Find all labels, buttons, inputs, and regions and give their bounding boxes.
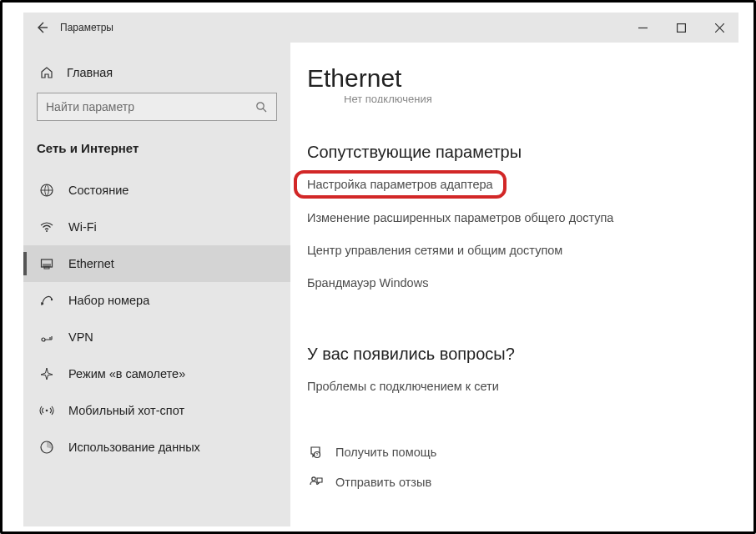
close-icon xyxy=(715,23,724,33)
svg-rect-0 xyxy=(677,23,685,32)
link-network-center[interactable]: Центр управления сетями и общим доступом xyxy=(307,244,562,257)
home-label: Главная xyxy=(67,66,113,79)
minimize-icon xyxy=(638,23,648,33)
datausage-icon xyxy=(37,440,57,455)
sidebar-item-ethernet[interactable]: Ethernet xyxy=(23,245,290,282)
airplane-icon xyxy=(37,366,57,381)
wifi-icon xyxy=(37,219,57,234)
feedback-link[interactable]: Отправить отзыв xyxy=(307,475,722,490)
sidebar-item-label: Мобильный хот-спот xyxy=(68,404,184,417)
maximize-button[interactable] xyxy=(662,13,700,43)
feedback-label: Отправить отзыв xyxy=(335,476,431,489)
svg-rect-5 xyxy=(44,267,49,269)
sidebar-item-label: Wi-Fi xyxy=(68,220,97,234)
connection-status-clipped: Нет подключения xyxy=(344,96,722,103)
minimize-button[interactable] xyxy=(623,13,662,43)
svg-point-8 xyxy=(42,338,45,341)
main-panel: Ethernet Нет подключения Сопутствующие п… xyxy=(290,43,738,526)
window-controls xyxy=(623,13,738,43)
page-title: Ethernet xyxy=(307,64,722,93)
dialup-icon xyxy=(37,293,57,308)
svg-point-13 xyxy=(312,477,315,481)
sidebar-item-vpn[interactable]: VPN xyxy=(23,319,290,355)
sidebar-item-dialup[interactable]: Набор номера xyxy=(23,282,290,319)
close-button[interactable] xyxy=(700,13,738,43)
sidebar-item-status[interactable]: Состояние xyxy=(23,172,290,209)
sidebar-item-datausage[interactable]: Использование данных xyxy=(23,429,290,466)
svg-point-1 xyxy=(257,102,264,108)
sidebar-item-label: Ethernet xyxy=(68,257,114,270)
link-firewall[interactable]: Брандмауэр Windows xyxy=(307,276,428,290)
svg-point-3 xyxy=(46,230,48,232)
vpn-icon xyxy=(37,330,57,345)
sidebar-item-label: Режим «в самолете» xyxy=(68,367,185,380)
home-icon xyxy=(37,66,57,79)
sidebar-item-label: VPN xyxy=(68,330,93,344)
sidebar-item-label: Состояние xyxy=(68,184,129,197)
maximize-icon xyxy=(677,23,686,33)
titlebar: Параметры xyxy=(23,13,738,43)
sidebar-item-label: Использование данных xyxy=(68,441,200,454)
search-placeholder: Найти параметр xyxy=(46,100,134,113)
svg-point-7 xyxy=(51,299,53,300)
sidebar: Главная Найти параметр Сеть и Интернет С… xyxy=(23,43,290,526)
feedback-icon xyxy=(307,475,325,490)
home-nav[interactable]: Главная xyxy=(23,59,290,86)
questions-header: У вас появились вопросы? xyxy=(307,345,722,364)
status-icon xyxy=(37,183,57,198)
link-advanced-sharing[interactable]: Изменение расширенных параметров общего … xyxy=(307,211,613,224)
back-button[interactable] xyxy=(23,13,60,43)
search-icon xyxy=(255,101,268,113)
nav-list: Состояние Wi-Fi Ethernet xyxy=(23,172,290,526)
link-network-troubleshoot[interactable]: Проблемы с подключением к сети xyxy=(307,380,499,393)
get-help-label: Получить помощь xyxy=(335,446,436,459)
window-title: Параметры xyxy=(60,22,113,33)
sidebar-item-label: Набор номера xyxy=(68,294,149,307)
svg-point-9 xyxy=(46,410,48,412)
svg-point-6 xyxy=(42,303,43,305)
arrow-left-icon xyxy=(35,21,48,34)
hotspot-icon xyxy=(37,403,57,418)
search-input[interactable]: Найти параметр xyxy=(37,93,277,121)
get-help-link[interactable]: ? Получить помощь xyxy=(307,445,722,460)
sidebar-item-airplane[interactable]: Режим «в самолете» xyxy=(23,355,290,392)
ethernet-icon xyxy=(37,256,57,271)
svg-text:?: ? xyxy=(316,452,319,457)
link-adapter-settings[interactable]: Настройка параметров адаптера xyxy=(307,178,493,191)
content-area: Главная Найти параметр Сеть и Интернет С… xyxy=(23,43,738,526)
help-section: ? Получить помощь Отправить отзыв xyxy=(307,445,722,490)
related-settings-header: Сопутствующие параметры xyxy=(307,143,722,162)
section-header: Сеть и Интернет xyxy=(23,138,290,172)
sidebar-item-hotspot[interactable]: Мобильный хот-спот xyxy=(23,392,290,429)
highlight-annotation: Настройка параметров адаптера xyxy=(294,170,507,199)
help-icon: ? xyxy=(307,445,325,460)
settings-window: Параметры Главная Найти параметр xyxy=(23,13,738,526)
sidebar-item-wifi[interactable]: Wi-Fi xyxy=(23,209,290,245)
